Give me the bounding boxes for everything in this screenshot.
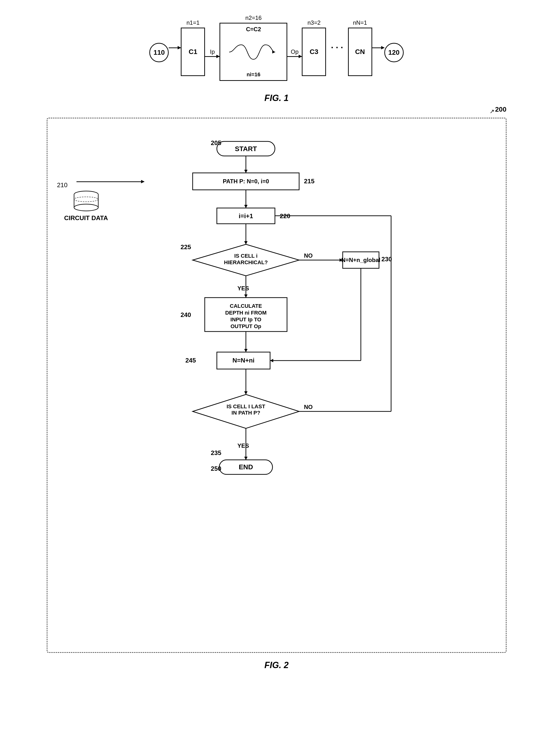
circuit-data-arrow <box>76 181 144 182</box>
svg-text:HIERARCHICAL?: HIERARCHICAL? <box>224 259 268 265</box>
svg-marker-10 <box>244 205 248 208</box>
node-120: 120 <box>384 43 404 62</box>
cell-c2: C=C2 ni=16 <box>220 23 287 81</box>
svg-text:START: START <box>235 145 257 152</box>
cell-c2-wrapper: n2=16 C=C2 ni=16 <box>220 14 287 81</box>
svg-marker-0 <box>272 51 275 54</box>
fig2-outer: 200 ↗ 210 CIRCUIT DATA <box>47 118 506 653</box>
fig2-left: 210 CIRCUIT DATA <box>62 128 110 637</box>
cell-c1: C1 <box>181 27 205 76</box>
cell-cn-wrapper: nN=1 CN <box>348 19 372 76</box>
nN-label: nN=1 <box>353 19 367 26</box>
svg-text:OUTPUT Op: OUTPUT Op <box>230 323 261 329</box>
cell-c1-wrapper: n1=1 C1 <box>181 19 205 76</box>
node-110-wrapper: 110 <box>149 33 169 62</box>
svg-text:CALCULATE: CALCULATE <box>230 303 262 309</box>
cell-c3: C3 <box>302 27 326 76</box>
arrow-110-c1 <box>169 48 181 48</box>
svg-text:IS CELL I LAST: IS CELL I LAST <box>227 403 265 409</box>
svg-text:245: 245 <box>185 357 196 364</box>
svg-point-5 <box>74 204 98 211</box>
fig1-diagram: 110 n1=1 C1 Ip n2=16 C=C2 <box>149 14 403 81</box>
svg-text:220: 220 <box>280 212 290 220</box>
svg-text:240: 240 <box>180 311 191 319</box>
svg-marker-20 <box>244 349 248 352</box>
svg-text:DEPTH ni FROM: DEPTH ni FROM <box>225 310 266 316</box>
svg-marker-8 <box>244 170 248 173</box>
c2-top-label: C=C2 <box>246 26 261 33</box>
c2-wave <box>224 33 283 71</box>
arrow-c2-c3 <box>287 56 302 57</box>
arrow-c2-c3-wrapper: Op <box>287 49 302 57</box>
arrow-c1-c2 <box>205 56 220 57</box>
circuit-data-label: CIRCUIT DATA <box>64 214 108 222</box>
svg-marker-25 <box>244 391 248 395</box>
op-label: Op <box>291 49 298 55</box>
svg-text:YES: YES <box>237 285 249 291</box>
n1-label: n1=1 <box>186 19 200 26</box>
svg-text:205: 205 <box>211 139 221 146</box>
svg-marker-12 <box>244 241 248 244</box>
fig2-caption: FIG. 2 <box>264 660 289 670</box>
n2-label: n2=16 <box>245 14 262 21</box>
svg-text:235: 235 <box>211 449 221 457</box>
svg-text:215: 215 <box>304 178 314 185</box>
fig2-container: 200 ↗ 210 CIRCUIT DATA <box>19 118 534 670</box>
dots: · · · <box>326 43 348 53</box>
svg-text:230: 230 <box>381 256 392 263</box>
svg-text:PATH P: N=0, i=0: PATH P: N=0, i=0 <box>223 178 269 185</box>
svg-text:N=N+n_global: N=N+n_global <box>341 257 380 263</box>
svg-text:IS CELL i: IS CELL i <box>234 253 257 259</box>
svg-marker-27 <box>244 457 248 460</box>
n3-label: n3=2 <box>307 19 320 26</box>
arrow-cn-120 <box>372 48 384 48</box>
ref-210: 210 <box>57 181 68 189</box>
svg-text:NO: NO <box>304 404 313 410</box>
fig2-dashed-box: 210 CIRCUIT DATA <box>47 118 506 653</box>
flowchart-area: YES NO <box>125 128 491 637</box>
c2-bottom-label: ni=16 <box>247 71 260 78</box>
arrow-c1-c2-wrapper: Ip <box>205 49 220 57</box>
svg-text:END: END <box>239 463 253 471</box>
fig1-caption: FIG. 1 <box>264 93 289 103</box>
svg-marker-14 <box>244 294 248 297</box>
database-icon <box>73 190 99 212</box>
svg-marker-23 <box>270 359 273 362</box>
svg-text:N=N+ni: N=N+ni <box>232 357 254 364</box>
svg-text:IN PATH P?: IN PATH P? <box>231 410 260 416</box>
svg-text:i=i+1: i=i+1 <box>239 212 253 220</box>
flowchart-svg: YES NO <box>125 128 464 637</box>
ip-label: Ip <box>210 49 215 55</box>
node-120-wrapper: 120 <box>384 33 404 62</box>
cell-c3-wrapper: n3=2 C3 <box>302 19 326 76</box>
svg-text:250: 250 <box>211 465 221 472</box>
ref-200: 200 <box>495 106 506 113</box>
cell-cn: CN <box>348 27 372 76</box>
fig1-container: 110 n1=1 C1 Ip n2=16 C=C2 <box>19 14 534 103</box>
svg-text:INPUT Ip TO: INPUT Ip TO <box>230 317 261 323</box>
svg-text:YES: YES <box>237 442 249 449</box>
node-110: 110 <box>149 43 169 62</box>
svg-text:NO: NO <box>304 252 313 259</box>
arrow-200: ↗ <box>490 108 494 115</box>
svg-text:225: 225 <box>180 244 191 251</box>
